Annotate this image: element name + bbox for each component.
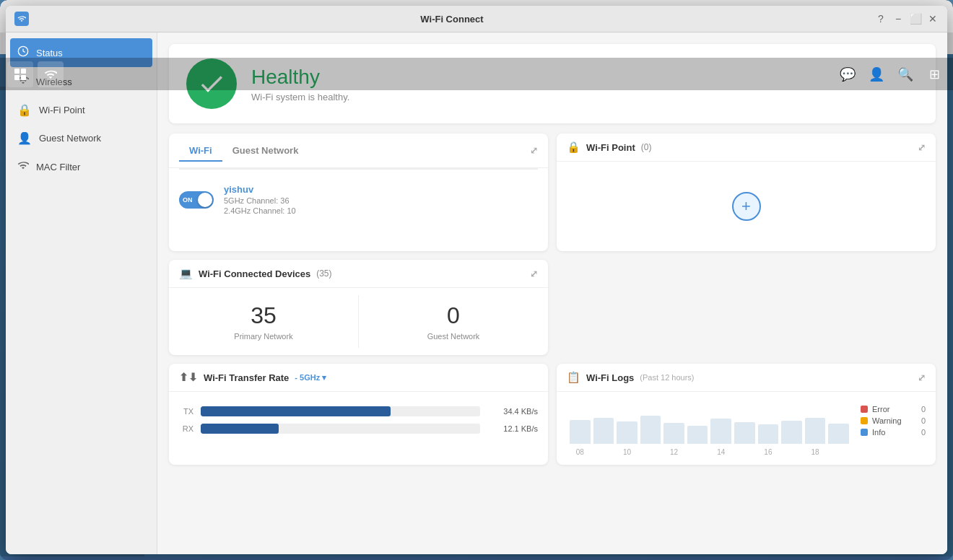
user-icon[interactable]: 👤	[865, 63, 888, 86]
x-label-10: 10	[617, 448, 637, 456]
wifi-connect-topbar-icon[interactable]	[38, 61, 64, 87]
wifi-card-expand-icon[interactable]: ⤢	[530, 145, 538, 156]
log-bar-6	[687, 426, 708, 444]
rx-row: RX 12.1 KB/s	[179, 424, 538, 434]
rate-selector[interactable]: - 5GHz ▾	[295, 373, 326, 382]
x-label-placeholder-3	[687, 448, 708, 456]
legend-warning: Warning 0	[861, 416, 926, 425]
nav-item-wifi-point[interactable]: 🔒 Wi-Fi Point	[6, 96, 157, 124]
logs-inner: 08 10 12 14	[567, 401, 926, 456]
nav-item-guest-network[interactable]: 👤 Guest Network	[6, 124, 157, 152]
wifi-point-header: 🔒 Wi-Fi Point (0) ⤢	[557, 134, 936, 162]
window-help-button[interactable]: ?	[875, 13, 887, 25]
x-label-placeholder-2	[640, 448, 661, 456]
nav-label-wifi-point: Wi-Fi Point	[39, 105, 85, 115]
rx-label: RX	[179, 424, 193, 433]
transfer-card-body: TX 34.4 KB/s RX	[169, 392, 548, 455]
x-label-16: 16	[758, 448, 779, 456]
error-label: Error	[872, 405, 889, 414]
primary-network-stat: 35 Primary Network	[169, 295, 358, 348]
tx-row: TX 34.4 KB/s	[179, 406, 538, 416]
devices-stats: 35 Primary Network 0 Guest Network	[169, 288, 548, 355]
guest-count: 0	[366, 302, 541, 329]
wifi-point-count: (0)	[641, 142, 652, 152]
logs-card-body: 08 10 12 14	[557, 392, 936, 465]
x-label-placeholder-6	[828, 448, 849, 456]
log-bar-2	[593, 418, 614, 444]
log-x-labels: 08 10 12 14	[567, 448, 852, 456]
nav-label-status: Status	[36, 48, 63, 58]
logs-expand-icon[interactable]: ⤢	[918, 372, 926, 383]
rx-bar	[201, 424, 279, 434]
rx-bar-bg	[201, 424, 480, 434]
x-label-placeholder-1	[593, 448, 614, 456]
x-label-08: 08	[570, 448, 591, 456]
logs-title: Wi-Fi Logs	[586, 372, 634, 383]
window-minimize-button[interactable]: −	[892, 13, 904, 25]
logs-chart-area: 08 10 12 14	[567, 401, 852, 456]
nav-item-mac-filter[interactable]: MAC Filter	[6, 152, 157, 181]
logs-chart	[567, 401, 852, 444]
devices-icon: 💻	[179, 267, 193, 280]
wifi-tab-guest[interactable]: Guest Network	[222, 141, 309, 162]
svg-rect-2	[14, 75, 19, 80]
grid-view-icon[interactable]: ⊞	[923, 63, 946, 86]
wifi-card-header: Wi-Fi Guest Network ⤢	[169, 134, 548, 168]
left-nav: Status Wireless 🔒 Wi-Fi Point	[6, 32, 157, 554]
nav-label-guest: Guest Network	[39, 133, 101, 144]
devices-count: (35)	[316, 268, 331, 279]
window-close-button[interactable]: ✕	[927, 13, 939, 25]
transfer-title: Wi-Fi Transfer Rate	[204, 372, 289, 383]
wifi-tab-wifi[interactable]: Wi-Fi	[179, 141, 222, 162]
nav-label-mac-filter: MAC Filter	[36, 162, 80, 172]
network-info: yishuv 5GHz Channel: 36 2.4GHz Channel: …	[224, 184, 296, 215]
log-bar-3	[617, 421, 637, 444]
logs-card: 📋 Wi-Fi Logs (Past 12 hours) ⤢	[557, 364, 936, 465]
status-subtitle: Wi-Fi system is healthy.	[251, 92, 349, 102]
window-maximize-button[interactable]: ⬜	[910, 13, 921, 25]
info-label: Info	[872, 428, 885, 437]
network-name: yishuv	[224, 184, 296, 195]
tx-label: TX	[179, 407, 193, 416]
guest-nav-icon: 👤	[17, 131, 32, 145]
window-title: Wi-Fi Connect	[29, 14, 875, 25]
legend-error: Error 0	[861, 405, 926, 414]
primary-label: Primary Network	[176, 332, 351, 341]
wifi-point-title: Wi-Fi Point	[586, 142, 635, 153]
add-point-button[interactable]: +	[732, 192, 761, 221]
log-bar-7	[710, 419, 731, 444]
search-icon[interactable]: 🔍	[894, 63, 917, 86]
content-area: Healthy Wi-Fi system is healthy. Wi-Fi	[157, 32, 947, 554]
transfer-rate-card: ⬆⬇ Wi-Fi Transfer Rate - 5GHz ▾ TX	[169, 364, 548, 465]
logs-subtitle: (Past 12 hours)	[640, 373, 694, 382]
log-bar-1	[570, 420, 591, 444]
logs-icon: 📋	[567, 371, 580, 384]
cards-grid: Wi-Fi Guest Network ⤢ ON	[169, 134, 936, 465]
app-shell: 💬 👤 🔍 ⊞ Network Center W	[0, 54, 953, 556]
wifi-point-nav-icon: 🔒	[17, 103, 32, 117]
wifi-point-expand-icon[interactable]: ⤢	[918, 142, 926, 153]
logs-card-header: 📋 Wi-Fi Logs (Past 12 hours) ⤢	[557, 364, 936, 392]
wifi-toggle[interactable]: ON	[179, 191, 214, 209]
log-bar-12	[828, 424, 849, 444]
tx-bar-bg	[201, 406, 480, 416]
svg-rect-3	[21, 75, 26, 80]
topbar-left-icons	[7, 61, 64, 87]
app-grid-icon[interactable]	[7, 61, 33, 87]
tx-value: 34.4 KB/s	[487, 407, 538, 416]
devices-card-header: 💻 Wi-Fi Connected Devices (35) ⤢	[169, 260, 548, 288]
devices-expand-icon[interactable]: ⤢	[530, 268, 538, 279]
log-legend: Error 0 Warning 0	[861, 405, 926, 437]
log-bar-9	[758, 424, 779, 444]
titlebar-left	[14, 12, 29, 26]
error-dot	[861, 406, 868, 413]
chat-icon[interactable]: 💬	[836, 63, 859, 86]
x-label-placeholder-4	[734, 448, 755, 456]
rx-value: 12.1 KB/s	[487, 424, 538, 433]
primary-count: 35	[176, 302, 351, 329]
app-topbar: 💬 👤 🔍 ⊞	[0, 58, 953, 90]
window-titlebar: Wi-Fi Connect ? − ⬜ ✕	[6, 6, 947, 32]
window-wifi-icon	[14, 12, 29, 26]
wifi-point-card: 🔒 Wi-Fi Point (0) ⤢ +	[557, 134, 936, 251]
wifi-card: Wi-Fi Guest Network ⤢ ON	[169, 134, 548, 251]
